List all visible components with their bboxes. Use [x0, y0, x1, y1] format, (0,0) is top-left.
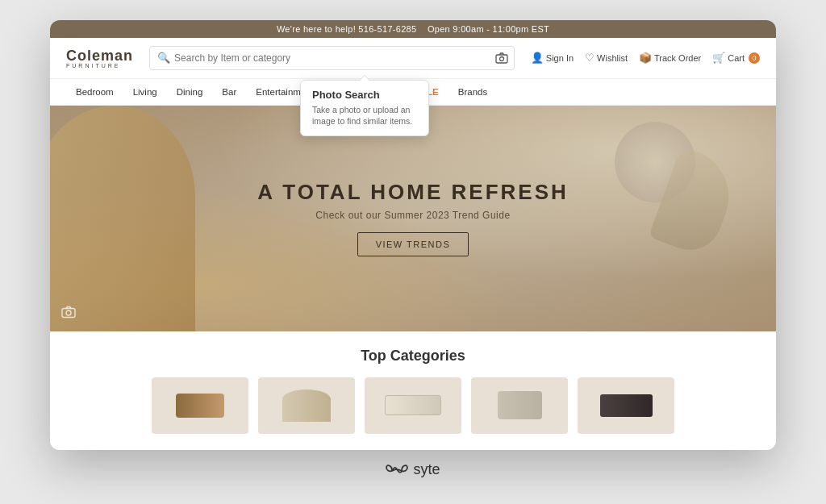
nav-item-living[interactable]: Living [123, 79, 167, 105]
categories-section: Top Categories [50, 331, 776, 450]
track-label: Track Order [654, 53, 701, 63]
wishlist-label: Wishlist [597, 53, 628, 63]
category-item-1[interactable] [152, 377, 248, 434]
logo-sub: FURNITURE [66, 63, 120, 69]
category-item-4[interactable] [471, 377, 568, 434]
category-item-3[interactable] [365, 377, 461, 434]
hero-subtitle: Check out our Summer 2023 Trend Guide [257, 210, 569, 221]
signin-button[interactable]: 👤 Sign In [531, 52, 574, 64]
tooltip-title: Photo Search [312, 89, 417, 101]
category-shape-4 [498, 391, 542, 419]
nav-item-brands[interactable]: Brands [448, 79, 497, 105]
categories-row [66, 377, 760, 434]
header: Coleman FURNITURE 🔍 👤 Sign In ♡ [50, 38, 776, 79]
topbar-text: We're here to help! [277, 24, 356, 34]
syte-name: syte [413, 461, 440, 478]
category-item-2[interactable] [258, 377, 355, 434]
search-wrap: 🔍 [149, 46, 515, 70]
cart-icon: 🛒 [712, 52, 725, 64]
svg-point-1 [499, 56, 503, 60]
topbar-hours: Open 9:00am - 11:00pm EST [428, 24, 549, 34]
cart-button[interactable]: 🛒 Cart 0 [712, 52, 760, 64]
browser-frame: We're here to help! 516-517-6285 Open 9:… [50, 20, 776, 450]
signin-label: Sign In [546, 53, 574, 63]
cart-label: Cart [728, 53, 745, 63]
view-trends-button[interactable]: VIEW TRENDS [357, 232, 469, 256]
camera-button[interactable] [495, 52, 508, 64]
syte-logo-icon [386, 463, 408, 476]
hero-title: A TOTAL HOME REFRESH [257, 180, 569, 205]
hero-camera-icon [61, 306, 76, 322]
heart-icon: ♡ [585, 52, 594, 64]
cart-badge: 0 [749, 52, 760, 64]
wishlist-button[interactable]: ♡ Wishlist [585, 52, 628, 64]
svg-rect-0 [496, 55, 507, 63]
header-actions: 👤 Sign In ♡ Wishlist 📦 Track Order 🛒 Car… [531, 52, 760, 64]
svg-rect-2 [62, 308, 75, 317]
category-shape-5 [600, 394, 653, 417]
user-icon: 👤 [531, 52, 544, 64]
nav-item-bar[interactable]: Bar [212, 79, 246, 105]
track-icon: 📦 [639, 52, 652, 64]
svg-point-3 [66, 310, 71, 315]
photo-search-tooltip: Photo Search Take a photo or upload an i… [300, 80, 429, 136]
category-shape-3 [385, 395, 441, 415]
syte-footer: syte [386, 450, 440, 485]
track-order-button[interactable]: 📦 Track Order [639, 52, 701, 64]
hero-table-shape [50, 106, 195, 331]
logo-name: Coleman [66, 48, 133, 65]
category-shape-1 [176, 394, 224, 418]
nav-item-bedroom[interactable]: Bedroom [66, 79, 123, 105]
categories-title: Top Categories [66, 348, 760, 364]
top-bar: We're here to help! 516-517-6285 Open 9:… [50, 20, 776, 38]
category-shape-2 [282, 389, 331, 422]
search-icon: 🔍 [157, 52, 170, 64]
hero-content: A TOTAL HOME REFRESH Check out our Summe… [257, 180, 569, 256]
tooltip-description: Take a photo or upload an image to find … [312, 104, 417, 127]
topbar-phone: 516-517-6285 [358, 24, 416, 34]
logo[interactable]: Coleman FURNITURE [66, 48, 133, 69]
hero-section: A TOTAL HOME REFRESH Check out our Summe… [50, 106, 776, 331]
camera-icon [495, 52, 508, 64]
nav-item-dining[interactable]: Dining [167, 79, 213, 105]
category-item-5[interactable] [578, 377, 674, 434]
search-input[interactable] [149, 46, 515, 70]
